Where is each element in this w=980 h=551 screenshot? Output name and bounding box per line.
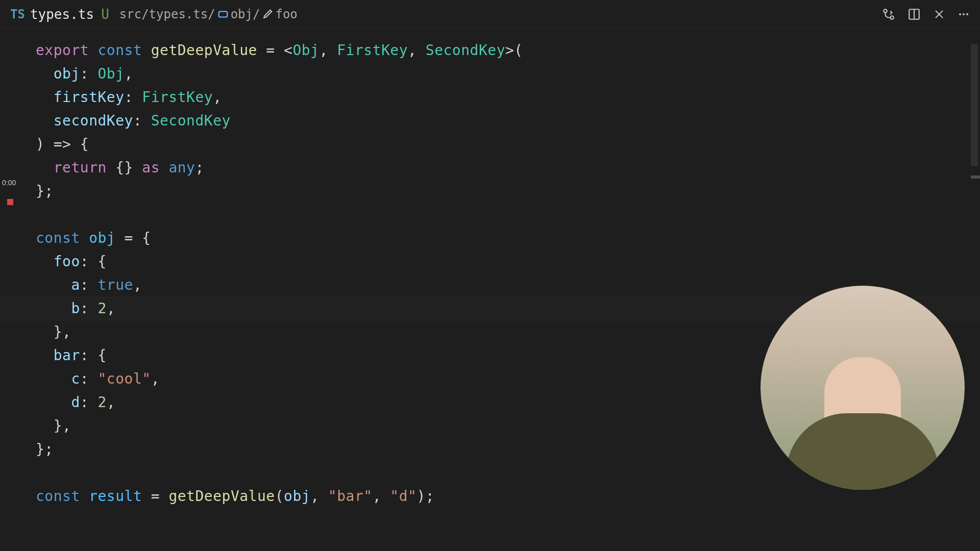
code-line: [36, 203, 980, 227]
typescript-icon: TS: [10, 7, 25, 21]
tab-bar: TS types.ts U src/types.ts/ obj/ foo: [0, 0, 980, 29]
breadcrumb-path: src/types.ts/: [119, 7, 215, 21]
breadcrumb-symbol-foo: foo: [275, 7, 297, 21]
svg-point-9: [966, 13, 968, 15]
code-line: };: [36, 180, 980, 203]
tab-actions: [882, 8, 974, 21]
svg-point-1: [884, 9, 887, 13]
editor-tab[interactable]: TS types.ts U: [6, 7, 113, 22]
code-line: export const getDeepValue = <Obj, FirstK…: [36, 39, 980, 62]
minimap-viewport-indicator: [971, 176, 980, 179]
code-line: const result = getDeepValue(obj, "bar", …: [36, 485, 980, 508]
breadcrumb-symbol-obj: obj/: [231, 7, 260, 21]
code-line: obj: Obj,: [36, 62, 980, 86]
scrollbar[interactable]: [971, 29, 978, 551]
svg-point-7: [959, 13, 961, 15]
symbol-variable-icon: [217, 9, 229, 20]
split-editor-icon[interactable]: [908, 8, 921, 21]
code-line: foo: {: [36, 250, 980, 273]
source-control-icon[interactable]: [882, 8, 895, 21]
svg-point-8: [963, 13, 965, 15]
tab-git-status: U: [101, 7, 109, 22]
close-icon[interactable]: [933, 8, 945, 20]
webcam-overlay: [761, 286, 965, 490]
tab-filename: types.ts: [30, 7, 94, 22]
symbol-property-icon: [262, 9, 273, 20]
svg-point-2: [890, 16, 894, 19]
code-line: return {} as any;: [36, 156, 980, 180]
code-line: secondKey: SecondKey: [36, 109, 980, 133]
svg-rect-0: [218, 11, 227, 17]
code-line: ) => {: [36, 133, 980, 156]
code-line: firstKey: FirstKey,: [36, 86, 980, 109]
scrollbar-thumb[interactable]: [971, 44, 978, 166]
code-line: const obj = {: [36, 227, 980, 250]
more-actions-icon[interactable]: [958, 8, 970, 20]
breadcrumb[interactable]: src/types.ts/ obj/ foo: [119, 7, 298, 21]
